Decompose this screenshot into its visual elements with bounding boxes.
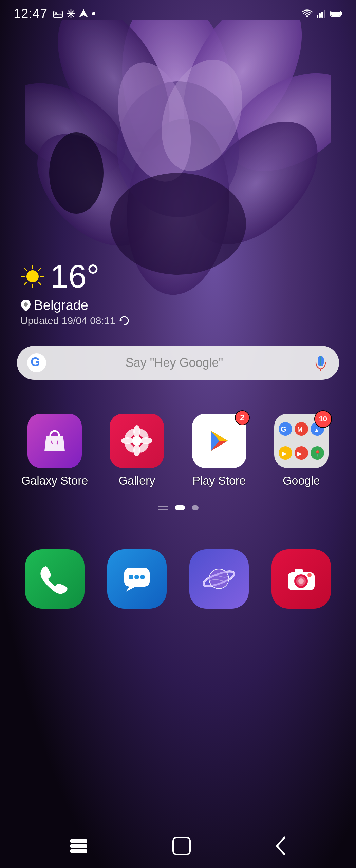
svg-point-68: [134, 575, 139, 579]
svg-rect-24: [319, 13, 321, 18]
galaxy-store-icon-wrap: [27, 414, 82, 468]
svg-point-67: [129, 575, 133, 579]
svg-text:G: G: [31, 355, 40, 369]
battery-icon: [330, 10, 342, 17]
weather-temperature: 16°: [50, 258, 99, 295]
flower-decoration: [25, 20, 331, 393]
svg-point-11: [110, 173, 246, 275]
shopping-bag-icon: [39, 426, 70, 456]
google-g-icon: G: [27, 353, 46, 372]
status-time: 12:47: [14, 6, 48, 21]
weather-temp-row: 16°: [20, 258, 130, 295]
google-folder-label: Google: [283, 474, 320, 487]
play-triangle-icon: [204, 426, 235, 456]
back-nav-button[interactable]: [274, 836, 288, 856]
search-bar[interactable]: G Say "Hey Google": [17, 346, 339, 380]
svg-rect-43: [320, 356, 321, 366]
google-folder-icon-wrap: G M ▲ ▶ ▶ 📍 10: [274, 414, 329, 468]
search-placeholder[interactable]: Say "Hey Google": [53, 356, 306, 370]
messages-dock-item[interactable]: [107, 549, 167, 609]
svg-rect-82: [70, 849, 87, 853]
svg-point-19: [70, 13, 72, 15]
svg-line-38: [24, 282, 26, 284]
svg-point-30: [26, 270, 39, 282]
recents-nav-button[interactable]: [69, 837, 89, 854]
nav-bar: [0, 824, 356, 868]
home-nav-button[interactable]: [171, 836, 192, 856]
wifi-icon: [301, 9, 313, 18]
play-store-icon-wrap: 2: [192, 414, 246, 468]
gallery-label: Gallery: [119, 474, 155, 487]
svg-line-36: [39, 282, 41, 284]
svg-rect-78: [295, 569, 303, 574]
status-icons-right: [301, 9, 342, 18]
mic-icon[interactable]: [313, 355, 329, 371]
svg-rect-26: [324, 10, 325, 18]
weather-sun-icon: [20, 264, 45, 289]
page-lines-indicator: [158, 506, 168, 510]
svg-point-79: [307, 573, 312, 577]
page-dot-active[interactable]: [175, 505, 185, 510]
svg-text:▶: ▶: [282, 450, 287, 457]
page-dot-inactive[interactable]: [192, 505, 199, 510]
svg-rect-80: [70, 839, 87, 843]
navigation-status-icon: [79, 9, 88, 18]
chat-bubble-icon: [121, 563, 153, 595]
weather-widget[interactable]: 16° Belgrade Updated 19/04 08:11: [20, 258, 130, 327]
svg-line-35: [24, 268, 26, 270]
camera-dock-item[interactable]: [271, 549, 331, 609]
svg-rect-29: [331, 12, 340, 16]
gallery-icon-wrap: [110, 414, 164, 468]
messages-icon: [107, 549, 167, 609]
signal-icon: [317, 9, 327, 18]
galaxy-store-icon: [27, 414, 82, 468]
gallery-icon: [110, 414, 164, 468]
svg-point-12: [49, 132, 104, 214]
svg-point-22: [306, 15, 308, 17]
svg-rect-83: [173, 837, 190, 854]
planet-icon: [203, 563, 235, 595]
galaxy-store-label: Galaxy Store: [21, 474, 88, 487]
weather-updated: Updated 19/04 08:11: [20, 315, 130, 327]
back-arrow-icon: [274, 836, 288, 856]
home-square-icon: [171, 836, 192, 856]
browser-icon: [189, 549, 249, 609]
status-left: 12:47: [14, 6, 96, 21]
gallery-app[interactable]: Gallery: [103, 414, 171, 487]
svg-rect-81: [70, 844, 87, 848]
svg-text:M: M: [297, 426, 302, 433]
status-bar: 12:47: [0, 0, 356, 27]
svg-text:📍: 📍: [314, 450, 322, 457]
gallery-flower-icon: [120, 424, 154, 458]
phone-dock-item[interactable]: [25, 549, 85, 609]
camera-body-icon: [285, 563, 317, 595]
page-line-1: [158, 506, 168, 507]
play-store-badge: 2: [235, 410, 250, 425]
svg-point-77: [298, 578, 304, 584]
gallery-status-icon: [53, 9, 63, 18]
google-folder-badge: 10: [314, 410, 332, 428]
google-folder-app[interactable]: G M ▲ ▶ ▶ 📍 10 Google: [267, 414, 335, 487]
svg-point-21: [92, 12, 95, 15]
browser-dock-item[interactable]: [189, 549, 249, 609]
svg-text:G: G: [281, 425, 286, 433]
svg-point-53: [132, 436, 142, 446]
dot-status-icon: [92, 12, 96, 16]
location-pin-icon: [20, 299, 31, 312]
phone-handset-icon: [39, 563, 71, 595]
refresh-icon[interactable]: [119, 315, 130, 326]
play-store-app[interactable]: 2 Play Store: [185, 414, 253, 487]
svg-point-69: [140, 575, 145, 579]
svg-text:▲: ▲: [314, 427, 319, 433]
camera-icon: [271, 549, 331, 609]
svg-marker-20: [79, 9, 88, 17]
recents-icon: [69, 837, 89, 854]
app-grid: Galaxy Store Gallery: [0, 414, 356, 487]
galaxy-store-app[interactable]: Galaxy Store: [21, 414, 89, 487]
status-icons-left: [53, 9, 96, 18]
svg-point-39: [24, 302, 28, 307]
svg-rect-25: [321, 12, 323, 18]
snowflake-status-icon: [67, 9, 75, 18]
svg-line-37: [39, 268, 41, 270]
svg-rect-23: [317, 15, 318, 18]
